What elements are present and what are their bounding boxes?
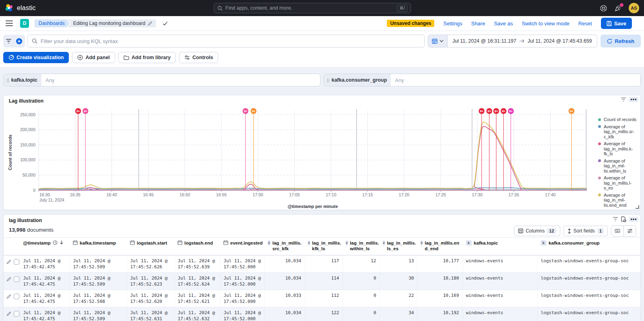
edit-row-icon[interactable] <box>6 294 11 299</box>
save-search-icon[interactable] <box>621 216 626 222</box>
help-icon[interactable] <box>600 4 607 12</box>
document-count: 13,998 documents <box>9 227 54 233</box>
column-header[interactable]: logstash.start <box>127 238 174 255</box>
column-header[interactable]: #lag_in_millis. within_ls <box>343 238 380 255</box>
column-header[interactable]: @timestamp <box>20 238 70 255</box>
x-tick-label: 17:30 <box>472 192 482 197</box>
column-header[interactable]: kkafka.topic <box>462 238 537 255</box>
lag-chart[interactable]: 050,000100,000150,000200,000250,00016:30… <box>4 95 640 210</box>
chart-legend: Count of recordsAverage of lag_in_millis… <box>598 117 641 208</box>
clock-icon <box>53 240 58 245</box>
sort-fields-button[interactable]: Sort fields 1 <box>564 226 608 236</box>
avatar[interactable]: AS <box>629 3 639 13</box>
add-filter-icon[interactable] <box>16 38 23 45</box>
legend-item[interactable]: Count of records <box>598 117 641 122</box>
news-icon[interactable] <box>614 4 622 12</box>
table-cell: Jul 11, 2024 @ 17:45:52.508 <box>70 290 127 307</box>
control-value: Any <box>391 77 636 83</box>
drag-handle-icon[interactable]: || <box>327 78 332 82</box>
x-tick-label: 16:30 <box>39 192 50 197</box>
table-cell: 122 <box>305 307 343 321</box>
drag-handle-icon[interactable]: || <box>6 78 11 82</box>
panel-filter-icon[interactable] <box>621 97 626 102</box>
row-checkbox[interactable] <box>14 276 19 282</box>
panel-filter-icon[interactable] <box>613 217 618 222</box>
fullscreen-button[interactable] <box>611 226 623 236</box>
display-options-button[interactable] <box>623 226 636 236</box>
legend-dot <box>598 159 601 162</box>
share-link[interactable]: Share <box>471 21 485 27</box>
table-cell: windows-events <box>462 307 537 321</box>
chart-series <box>39 126 587 190</box>
column-header[interactable]: kkafka.consumer_group <box>537 238 640 255</box>
column-header[interactable]: #lag_in_millis. ls_es <box>380 238 417 255</box>
row-checkbox[interactable] <box>14 294 19 299</box>
table-cell: Jul 11, 2024 @ 17:45:52.631 <box>127 307 174 321</box>
saved-query-filter-icon[interactable] <box>6 39 12 44</box>
legend-item[interactable]: Average of lag_in_millis.l- s_es <box>598 175 641 191</box>
column-header[interactable]: #lag_in_millis. src_kfk <box>264 238 305 255</box>
column-header[interactable]: #lag_in_millis.en d_end <box>417 238 462 255</box>
x-tick-label: 16:55 <box>216 192 227 197</box>
panel-resize-handle[interactable] <box>636 205 639 209</box>
save-as-link[interactable]: Save as <box>494 21 513 27</box>
table-cell: 30 <box>380 273 417 290</box>
y-tick-label: 0 <box>33 188 35 193</box>
table-cell: Jul 11, 2024 @ 17:45:52.620 <box>127 290 174 307</box>
legend-item[interactable]: Average of lag_in_mil- lis.end_end <box>598 193 641 208</box>
date-quick-select-button[interactable] <box>428 35 448 47</box>
edit-row-icon[interactable] <box>6 311 11 316</box>
control-kafka-topic[interactable]: ||kafka.topic Any <box>3 74 320 86</box>
save-button[interactable]: Save <box>601 18 632 29</box>
legend-item[interactable]: Average of lag_in_mil- lis.within_ls <box>598 158 641 174</box>
legend-dot <box>598 142 601 145</box>
space-avatar[interactable]: D <box>20 19 29 28</box>
date-range-end[interactable]: Jul 11, 2024 @ 17:45:43.659 <box>528 38 592 44</box>
y-tick-label: 100,000 <box>20 157 35 162</box>
table-cell: 10,177 <box>417 255 462 273</box>
table-cell: 10,192 <box>417 307 462 321</box>
menu-icon[interactable] <box>6 21 13 26</box>
switch-view-mode-link[interactable]: Switch to view mode <box>522 21 570 27</box>
breadcrumb-current[interactable]: Editing Lag monitoring dashboard <box>68 19 156 27</box>
settings-link[interactable]: Settings <box>443 21 462 27</box>
elastic-logo[interactable]: elastic <box>0 4 36 12</box>
legend-dot <box>598 177 601 179</box>
control-kafka-consumer-group[interactable]: ||kafka.consumer_group Any <box>324 74 641 86</box>
breadcrumb: Dashboards Editing Lag monitoring dashbo… <box>35 19 156 27</box>
x-tick-label: 17:10 <box>326 192 336 197</box>
add-panel-button[interactable]: Add panel <box>72 52 115 63</box>
kql-filter-input[interactable]: Filter your data using KQL syntax <box>27 35 425 47</box>
sort-down-icon <box>60 240 64 245</box>
column-header[interactable]: logstash.end <box>174 238 220 255</box>
breadcrumb-dashboards[interactable]: Dashboards <box>35 19 70 27</box>
columns-button[interactable]: Columns 12 <box>514 226 560 236</box>
controls-button[interactable]: Controls <box>179 52 218 63</box>
column-header[interactable]: event.ingested <box>220 238 264 255</box>
annotation-badge-label: 9+ <box>252 109 256 113</box>
table-cell: 114 <box>305 273 343 290</box>
column-header[interactable]: #lag_in_millis. kfk_ls <box>305 238 343 255</box>
refresh-button[interactable]: Refresh <box>601 35 641 47</box>
edit-row-icon[interactable] <box>6 259 11 264</box>
legend-item[interactable]: Average of lag_in_millis.k- fk_ls <box>598 141 641 156</box>
legend-item[interactable]: Average of lag_in_millis.sr- c_kfk <box>598 124 641 140</box>
table-cell: logstash-windows-events-group-soc <box>537 290 640 307</box>
annotation-badge-label: 9+ <box>495 109 498 113</box>
date-range-start[interactable]: Jul 11, 2024 @ 16:31:11.197 <box>452 38 516 44</box>
global-search-placeholder: Find apps, content, and more. <box>225 5 397 11</box>
global-search-input[interactable]: Find apps, content, and more. ⌘/ <box>214 3 411 13</box>
check-icon[interactable] <box>163 21 168 26</box>
row-checkbox[interactable] <box>14 311 19 317</box>
panel-options-icon[interactable] <box>629 217 638 222</box>
calendar-icon <box>432 38 438 44</box>
create-visualization-button[interactable]: Create visualization <box>3 52 69 63</box>
elastic-logo-icon <box>5 4 14 12</box>
reset-link[interactable]: Reset <box>578 21 592 27</box>
sort-count-badge: 1 <box>597 228 604 234</box>
edit-row-icon[interactable] <box>6 277 11 282</box>
column-header[interactable]: kafka.timestamp <box>70 238 127 255</box>
panel-options-icon[interactable] <box>629 97 638 102</box>
add-from-library-button[interactable]: Add from library <box>118 52 176 63</box>
row-checkbox[interactable] <box>14 259 19 265</box>
